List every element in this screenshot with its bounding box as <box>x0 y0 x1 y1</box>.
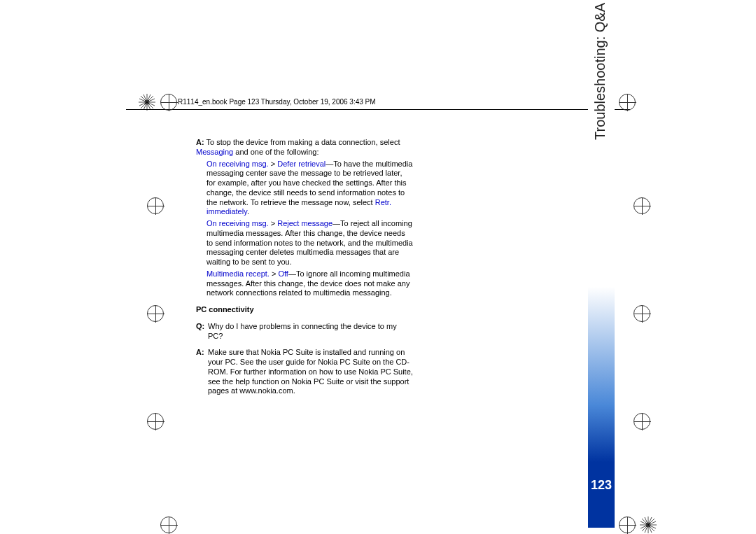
header-rule <box>126 109 630 110</box>
a-prefix: A: <box>196 138 204 146</box>
a-intro-tail: and one of the following: <box>233 148 318 156</box>
registration-mark-icon <box>634 305 650 322</box>
a-intro-text: To stop the device from making a data co… <box>204 138 400 146</box>
link-reject-message: Reject message <box>277 219 332 227</box>
registration-mark-icon <box>634 197 650 214</box>
option-multimedia-recept-off: Multimedia recept. > Off—To ignore all i… <box>196 269 413 298</box>
sep: > <box>270 269 279 278</box>
registration-mark-icon <box>619 517 636 533</box>
sep: > <box>269 219 278 227</box>
side-chapter-title: Troubleshooting: Q&A <box>592 3 608 140</box>
q-text: Why do I have problems in connecting the… <box>208 322 413 342</box>
side-tab-gradient <box>588 90 615 528</box>
link-messaging: Messaging <box>196 148 233 156</box>
page-header-text: R1114_en.book Page 123 Thursday, October… <box>178 98 376 106</box>
page-number: 123 <box>588 478 615 493</box>
a-text-2: Make sure that Nokia PC Suite is install… <box>208 348 413 396</box>
answer-row: A: Make sure that Nokia PC Suite is inst… <box>196 348 413 396</box>
registration-mark-icon <box>619 94 636 111</box>
heading-pc-connectivity: PC connectivity <box>196 305 413 315</box>
q-prefix: Q: <box>196 322 208 342</box>
opt1-period: . <box>247 207 249 216</box>
a-prefix-2: A: <box>196 348 208 396</box>
answer-intro: A: To stop the device from making a data… <box>196 138 413 157</box>
sunburst-icon <box>640 517 657 533</box>
link-defer-retrieval: Defer retrieval <box>277 160 326 168</box>
link-on-receiving-msg-2: On receiving msg. <box>206 219 269 227</box>
registration-mark-icon <box>160 94 177 111</box>
registration-mark-icon <box>160 517 177 533</box>
link-off: Off <box>278 269 288 278</box>
body-text-column: A: To stop the device from making a data… <box>196 138 413 396</box>
sunburst-icon <box>139 94 155 111</box>
sep: > <box>269 160 278 168</box>
question-row: Q: Why do I have problems in connecting … <box>196 322 413 342</box>
registration-mark-icon <box>634 413 650 430</box>
qa-answer-block: A: Make sure that Nokia PC Suite is inst… <box>196 348 413 396</box>
registration-mark-icon <box>147 413 164 430</box>
option-defer-retrieval: On receiving msg. > Defer retrieval—To h… <box>196 160 413 218</box>
option-reject-message: On receiving msg. > Reject message—To re… <box>196 219 413 267</box>
link-multimedia-recept: Multimedia recept. <box>206 269 270 278</box>
link-on-receiving-msg: On receiving msg. <box>206 160 269 168</box>
registration-mark-icon <box>147 197 164 214</box>
registration-mark-icon <box>147 305 164 322</box>
qa-question-block: Q: Why do I have problems in connecting … <box>196 322 413 342</box>
